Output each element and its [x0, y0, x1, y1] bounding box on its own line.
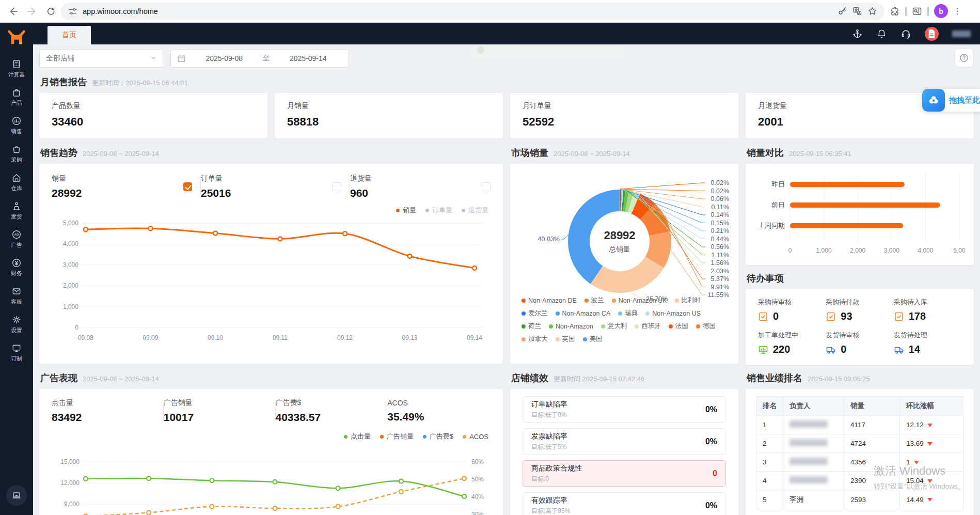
- sidebar-item-ad[interactable]: AD广告: [8, 229, 25, 249]
- legend-item[interactable]: 爱尔兰: [521, 309, 548, 318]
- legend-item[interactable]: 广告费$: [423, 432, 453, 441]
- todo-item[interactable]: 采购待入库178: [894, 298, 961, 322]
- ad-performance-section: 广告表现2025-09-08 ~ 2025-09-14 点击量83492广告销量…: [39, 372, 503, 515]
- legend-item[interactable]: 点击量: [344, 432, 371, 441]
- metric-checkbox[interactable]: [183, 182, 192, 191]
- legend-dot: [584, 299, 589, 303]
- todo-item[interactable]: 发货待审核0: [826, 331, 893, 355]
- total-sales-label: 总销量: [609, 245, 630, 254]
- svg-text:09.13: 09.13: [402, 334, 418, 341]
- help-button[interactable]: [955, 49, 973, 67]
- legend-item[interactable]: Non-Amazon DE: [521, 296, 577, 305]
- change-cell: 13.69: [900, 434, 963, 453]
- password-key-icon[interactable]: [837, 6, 847, 16]
- legend-item[interactable]: 比利时: [675, 296, 701, 305]
- bell-icon[interactable]: [876, 28, 887, 39]
- legend-item[interactable]: 波兰: [584, 296, 604, 305]
- legend-item[interactable]: 德国: [696, 322, 716, 331]
- todo-item[interactable]: 采购待付款93: [826, 298, 893, 322]
- date-range-picker[interactable]: 2025-09-08 至 2025-09-14: [170, 49, 349, 68]
- legend-item[interactable]: 订单量: [425, 206, 452, 215]
- tab-home[interactable]: 首页: [48, 26, 91, 44]
- finance-icon: [11, 258, 22, 268]
- bar-上周同期[interactable]: [790, 223, 903, 228]
- legend-item[interactable]: 法国: [669, 322, 688, 331]
- table-row[interactable]: 1411712.12: [756, 416, 963, 434]
- profile-avatar[interactable]: b: [934, 4, 948, 18]
- table-row[interactable]: 5李洲259314.49: [756, 490, 963, 509]
- sidebar-item-custom[interactable]: 订制: [8, 343, 25, 363]
- legend-item[interactable]: 英国: [556, 335, 575, 344]
- column-header: 销量: [844, 397, 900, 416]
- baidu-netdisk-widget[interactable]: 拖拽至此上: [922, 89, 980, 112]
- todo-item[interactable]: 加工单处理中220: [758, 331, 826, 355]
- sidebar-item-sales[interactable]: 销售: [8, 116, 25, 135]
- sidebar-item-service[interactable]: 客服: [8, 286, 25, 306]
- legend-item[interactable]: Non-Amazon CA: [556, 309, 611, 318]
- success-check-icon: [477, 46, 484, 54]
- legend-item[interactable]: Non-Amazon UK: [612, 296, 667, 305]
- down-triangle-icon: [927, 424, 932, 427]
- screen: app.wimoor.com/home b ⋮ 计算器产品销售采购仓库发货AD广…: [0, 0, 980, 515]
- sales-trend-card: 销量28992订单量25016退货量960 销量订单量退货量 01,0002,0…: [39, 164, 503, 364]
- sidebar-console-button[interactable]: [6, 485, 27, 506]
- legend-item[interactable]: 销量: [396, 206, 416, 215]
- sidebar-item-finance[interactable]: 财务: [8, 258, 25, 277]
- todo-item[interactable]: 采购待审核0: [758, 298, 826, 322]
- todo-item[interactable]: 发货待处理14: [894, 331, 961, 355]
- sidebar-item-procurement[interactable]: 采购: [8, 144, 25, 164]
- legend-item[interactable]: 加拿大: [521, 335, 548, 344]
- bar-昨日[interactable]: [790, 182, 905, 187]
- forward-icon[interactable]: [24, 3, 40, 20]
- doc-check-icon: [826, 311, 836, 322]
- legend-item[interactable]: 西班牙: [635, 322, 661, 331]
- sidebar-item-product[interactable]: 产品: [8, 87, 25, 107]
- legend-item[interactable]: 意大利: [601, 322, 627, 331]
- legend-dot: [601, 324, 605, 329]
- table-row[interactable]: 2472413.69: [756, 434, 963, 453]
- legend-item[interactable]: 美国: [583, 335, 603, 344]
- section-title: 销量对比: [747, 147, 784, 159]
- wimoor-logo[interactable]: [7, 28, 26, 48]
- laptop-icon: [11, 490, 22, 501]
- sidebar-item-settings[interactable]: 设置: [8, 315, 25, 334]
- sidebar-item-shipping[interactable]: 发货: [8, 201, 25, 221]
- site-controls-icon[interactable]: [68, 7, 77, 16]
- todo-label: 采购待入库: [894, 298, 961, 307]
- shop-metric-target: 目标:低于0%: [531, 411, 567, 419]
- legend-item[interactable]: 瑞典: [618, 309, 638, 318]
- browser-menu-icon[interactable]: ⋮: [953, 10, 958, 12]
- sidebar-item-calculator[interactable]: 计算器: [8, 59, 25, 79]
- username-redacted[interactable]: [952, 30, 971, 37]
- bar-前日[interactable]: [790, 202, 940, 208]
- url-text[interactable]: app.wimoor.com/home: [83, 7, 832, 15]
- headset-icon[interactable]: [900, 28, 911, 39]
- table-row[interactable]: 343561: [756, 453, 963, 472]
- extensions-icon[interactable]: [890, 6, 900, 17]
- ranking-card: 排名负责人销量环比涨幅1411712.122472413.69343561423…: [746, 389, 974, 515]
- translate-icon[interactable]: [852, 6, 862, 16]
- date-start-value[interactable]: 2025-09-08: [190, 54, 259, 63]
- metric-checkbox[interactable]: [333, 182, 341, 191]
- legend-item[interactable]: 广告销量: [380, 432, 414, 441]
- user-avatar[interactable]: [925, 27, 939, 41]
- url-bar[interactable]: app.wimoor.com/home: [61, 3, 884, 20]
- shop-select[interactable]: 全部店铺: [39, 49, 163, 68]
- donut-callout: 9.91%: [711, 284, 729, 291]
- shop-metric-value: 0%: [705, 405, 717, 414]
- legend-item[interactable]: Non-Amazon: [549, 322, 593, 331]
- redacted-name: [789, 476, 828, 483]
- bookmark-star-icon[interactable]: [867, 6, 877, 16]
- legend-item[interactable]: Non-Amazon US: [645, 309, 701, 318]
- back-icon[interactable]: [5, 3, 22, 20]
- anchor-icon[interactable]: [852, 28, 863, 39]
- sidebar-item-warehouse[interactable]: 仓库: [8, 173, 25, 192]
- side-panel-search-icon[interactable]: [912, 6, 922, 17]
- reload-icon[interactable]: [42, 3, 59, 20]
- legend-item[interactable]: 退货量: [462, 206, 488, 215]
- metric-checkbox[interactable]: [482, 182, 491, 191]
- table-row[interactable]: 4239015.04: [756, 472, 963, 490]
- legend-item[interactable]: ACOS: [463, 432, 488, 441]
- date-end-value[interactable]: 2025-09-14: [274, 54, 343, 63]
- legend-item[interactable]: 荷兰: [521, 322, 541, 331]
